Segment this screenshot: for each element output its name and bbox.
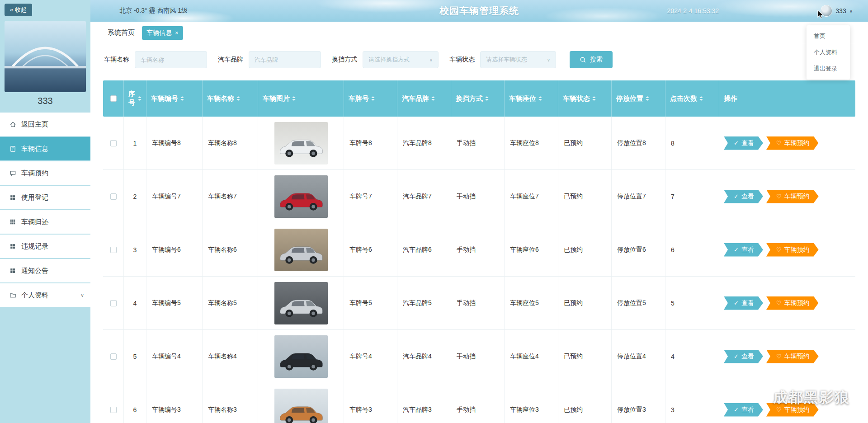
row-checkbox[interactable]	[110, 140, 117, 146]
user-menu-item-home[interactable]: 首页	[807, 28, 850, 44]
sidebar-item-vehicle-info[interactable]: 车辆信息	[0, 137, 90, 160]
column-label: 换挡方式	[456, 94, 483, 103]
column-header-location[interactable]: 停放位置	[612, 80, 665, 117]
car-photo[interactable]	[274, 282, 328, 324]
close-icon[interactable]: ×	[175, 30, 179, 36]
column-header-code[interactable]: 车辆编号	[146, 80, 203, 117]
select-all-checkbox[interactable]	[110, 95, 117, 102]
row-location: 停放位置5	[612, 277, 665, 329]
sort-icon	[180, 96, 184, 101]
avatar[interactable]	[821, 5, 832, 17]
user-menu-trigger[interactable]: 333 ∨	[821, 0, 853, 22]
row-seats: 车辆座位5	[505, 277, 558, 329]
column-header-index[interactable]: 序号	[124, 80, 146, 117]
row-checkbox[interactable]	[110, 300, 117, 306]
column-header-photo[interactable]: 车辆图片	[258, 80, 344, 117]
view-button[interactable]: ✓ 查看	[724, 136, 763, 150]
select-all-cell	[103, 80, 124, 117]
vehicle-name-input[interactable]	[135, 51, 207, 68]
column-label: 车辆图片	[263, 94, 290, 103]
reserve-button[interactable]: ♡ 车辆预约	[766, 243, 819, 257]
status-select[interactable]: 请选择车辆状态 ∨	[480, 51, 556, 68]
sidebar-item-violation-records[interactable]: 违规记录	[0, 235, 90, 258]
column-header-name[interactable]: 车辆名称	[203, 80, 258, 117]
page-title: 校园车辆管理系统	[90, 0, 868, 22]
row-status: 已预约	[558, 277, 612, 329]
column-header-status[interactable]: 车辆状态	[558, 80, 612, 117]
chevron-down-icon: ∨	[80, 292, 84, 298]
search-button[interactable]: 搜索	[570, 51, 613, 68]
datetime: 2024-2-4 16:53:32	[667, 0, 719, 22]
row-gear: 手动挡	[451, 117, 505, 169]
heart-icon: ♡	[776, 407, 782, 413]
row-checkbox[interactable]	[110, 407, 117, 413]
check-icon: ✓	[734, 353, 739, 359]
row-gear: 手动挡	[451, 223, 505, 276]
row-brand: 汽车品牌8	[397, 117, 451, 169]
column-header-gear[interactable]: 换挡方式	[451, 80, 505, 117]
view-button[interactable]: ✓ 查看	[724, 403, 763, 417]
row-checkbox-cell	[103, 170, 124, 223]
column-header-seats[interactable]: 车辆座位	[505, 80, 558, 117]
car-photo[interactable]	[274, 389, 328, 423]
sidebar-username: 333	[0, 96, 90, 106]
view-button[interactable]: ✓ 查看	[724, 350, 763, 363]
sort-icon	[485, 96, 489, 101]
user-menu-item-logout[interactable]: 退出登录	[807, 61, 850, 77]
view-button-label: 查看	[741, 352, 754, 361]
row-name: 车辆名称5	[203, 277, 258, 329]
table-row: 5 车辆编号4 车辆名称4 车牌号4 汽车品牌4 手动挡 车辆座位4 已预约 停…	[103, 330, 855, 383]
row-plate: 车牌号7	[344, 170, 397, 223]
tab-vehicle-info[interactable]: 车辆信息 ×	[142, 26, 183, 40]
sidebar-item-vehicle-reservation[interactable]: 车辆预约	[0, 161, 90, 185]
main-content: 系统首页 车辆信息 × 车辆名称 汽车品牌 换挡方式 请选择换挡方式 ∨ 车辆状…	[90, 22, 868, 423]
collapse-sidebar-button[interactable]: « 收起	[5, 4, 32, 16]
column-header-clicks[interactable]: 点击次数	[665, 80, 719, 117]
row-location: 停放位置6	[612, 223, 665, 276]
heart-icon: ♡	[776, 300, 782, 306]
reserve-button[interactable]: ♡ 车辆预约	[766, 403, 819, 417]
column-header-brand[interactable]: 汽车品牌	[397, 80, 451, 117]
car-photo[interactable]	[274, 122, 328, 164]
sidebar-item-home[interactable]: 返回主页	[0, 113, 90, 136]
row-checkbox-cell	[103, 277, 124, 329]
sidebar-item-announcements[interactable]: 通知公告	[0, 259, 90, 282]
car-photo[interactable]	[274, 175, 328, 218]
user-menu: 首页 个人资料 退出登录	[807, 25, 850, 80]
car-photo[interactable]	[274, 229, 328, 271]
row-clicks: 6	[665, 223, 719, 276]
row-seats: 车辆座位7	[505, 170, 558, 223]
sidebar-item-vehicle-return[interactable]: 车辆归还	[0, 210, 90, 234]
row-location: 停放位置8	[612, 117, 665, 169]
row-index: 6	[124, 383, 146, 423]
weather-info: 北京 -0.3° 霾 西南风 1级	[119, 0, 188, 22]
row-actions: ✓ 查看 ♡ 车辆预约	[719, 223, 855, 276]
sort-icon	[592, 96, 596, 101]
reserve-button[interactable]: ♡ 车辆预约	[766, 350, 819, 363]
reserve-button[interactable]: ♡ 车辆预约	[766, 190, 819, 203]
row-checkbox[interactable]	[110, 353, 117, 360]
brand-input[interactable]	[249, 51, 321, 68]
sort-icon	[538, 96, 542, 101]
user-menu-item-profile[interactable]: 个人资料	[807, 44, 850, 61]
sidebar-item-usage-register[interactable]: 使用登记	[0, 186, 90, 209]
row-checkbox[interactable]	[110, 247, 117, 253]
view-button[interactable]: ✓ 查看	[724, 296, 763, 310]
car-photo[interactable]	[274, 335, 328, 378]
view-button[interactable]: ✓ 查看	[724, 243, 763, 257]
check-icon: ✓	[734, 247, 739, 253]
gear-label: 换挡方式	[332, 56, 357, 64]
gear-select[interactable]: 请选择换挡方式 ∨	[363, 51, 439, 68]
reserve-button[interactable]: ♡ 车辆预约	[766, 136, 819, 150]
row-index: 2	[124, 170, 146, 223]
row-gear: 手动挡	[451, 330, 505, 383]
row-checkbox[interactable]	[110, 193, 117, 200]
sidebar-item-profile[interactable]: 个人资料 ∨	[0, 283, 90, 307]
reserve-button[interactable]: ♡ 车辆预约	[766, 296, 819, 310]
column-header-plate[interactable]: 车牌号	[344, 80, 397, 117]
view-button[interactable]: ✓ 查看	[724, 190, 763, 203]
sort-icon	[646, 96, 649, 101]
tab-system-home[interactable]: 系统首页	[108, 28, 135, 37]
scenery-photo	[5, 21, 86, 92]
row-seats: 车辆座位4	[505, 330, 558, 383]
